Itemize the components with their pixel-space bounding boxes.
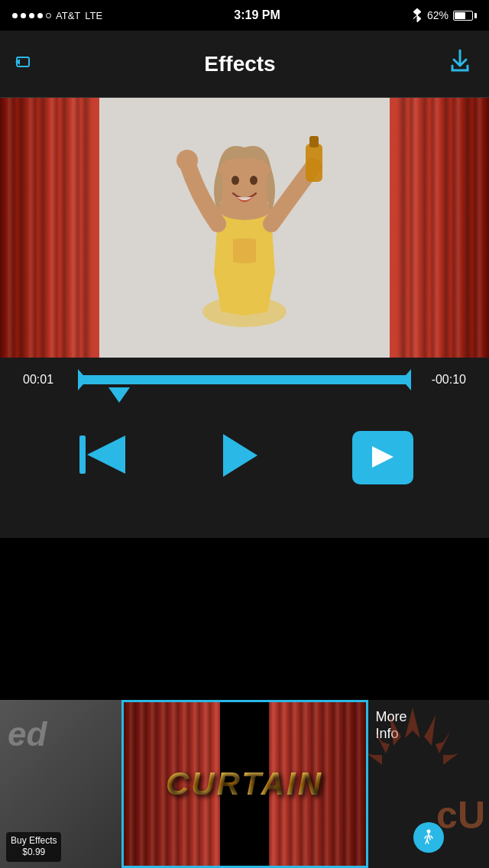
status-right: 62% [412, 8, 477, 22]
effect-text-ed: ed [8, 715, 47, 753]
bluetooth-icon [412, 8, 423, 22]
dot-2 [21, 13, 26, 18]
svg-point-6 [232, 176, 239, 185]
page-title: Effects [204, 52, 275, 76]
progress-handle-right[interactable] [402, 369, 411, 390]
buy-effects-thumb: ed Buy Effects $0.99 [0, 700, 121, 868]
svg-rect-8 [306, 144, 322, 182]
dot-1 [12, 13, 18, 18]
dot-3 [29, 13, 34, 18]
skip-back-icon [76, 432, 129, 478]
curtain-label: CURTAIN [166, 766, 323, 802]
controls-area: 00:01 -00:10 [0, 358, 489, 400]
video-preview [0, 98, 489, 358]
remaining-time: -00:10 [420, 373, 466, 387]
person-silhouette [99, 98, 390, 358]
buy-label: Buy Effects [11, 835, 57, 847]
progress-handle-left[interactable] [78, 369, 87, 390]
svg-point-15 [426, 830, 430, 834]
fullscreen-button[interactable] [352, 431, 413, 484]
svg-point-10 [176, 150, 198, 171]
battery-percent: 62% [427, 9, 449, 21]
status-left: AT&T LTE [12, 10, 102, 21]
buy-price: $0.99 [11, 847, 57, 859]
svg-rect-9 [309, 136, 319, 147]
timeline[interactable]: 00:01 -00:10 [23, 373, 466, 387]
current-time: 00:01 [23, 373, 69, 387]
playhead[interactable] [108, 387, 130, 403]
battery-icon [453, 11, 477, 21]
effects-row: ed Buy Effects $0.99 CURTAIN [0, 700, 489, 868]
status-bar: AT&T LTE 3:19 PM 62% [0, 0, 489, 31]
walk-icon [413, 822, 444, 853]
effect-thumb-right[interactable]: MoreInfo cU [368, 700, 490, 868]
effect-thumb-curtain[interactable]: CURTAIN [121, 700, 368, 868]
more-info-thumb: MoreInfo cU [368, 700, 490, 868]
skip-back-button[interactable] [76, 432, 129, 484]
svg-marker-12 [87, 436, 125, 474]
download-icon [446, 47, 474, 75]
back-button[interactable] [15, 55, 34, 73]
progress-bar[interactable] [79, 375, 410, 384]
player-buttons [0, 400, 489, 500]
svg-point-7 [250, 176, 257, 185]
download-button[interactable] [446, 47, 474, 80]
svg-marker-14 [372, 446, 393, 468]
play-icon [219, 432, 261, 478]
effect-thumb-left[interactable]: ed Buy Effects $0.99 [0, 700, 121, 868]
effect-label-cu: cU [436, 793, 485, 837]
play-button[interactable] [219, 432, 261, 484]
back-icon [15, 55, 34, 73]
nav-bar: Effects [0, 31, 489, 98]
signal-dots [12, 13, 51, 18]
carrier-label: AT&T [56, 10, 80, 21]
dot-4 [37, 13, 43, 18]
svg-marker-13 [223, 434, 257, 477]
fullscreen-icon [366, 443, 400, 472]
curtain-effect-thumb: CURTAIN [124, 702, 366, 866]
network-label: LTE [85, 10, 102, 21]
status-time: 3:19 PM [234, 8, 280, 22]
controls-spacer [0, 500, 489, 538]
buy-badge: Buy Effects $0.99 [6, 832, 61, 862]
svg-rect-11 [79, 436, 86, 474]
video-content [76, 98, 413, 358]
dot-5 [46, 13, 51, 18]
